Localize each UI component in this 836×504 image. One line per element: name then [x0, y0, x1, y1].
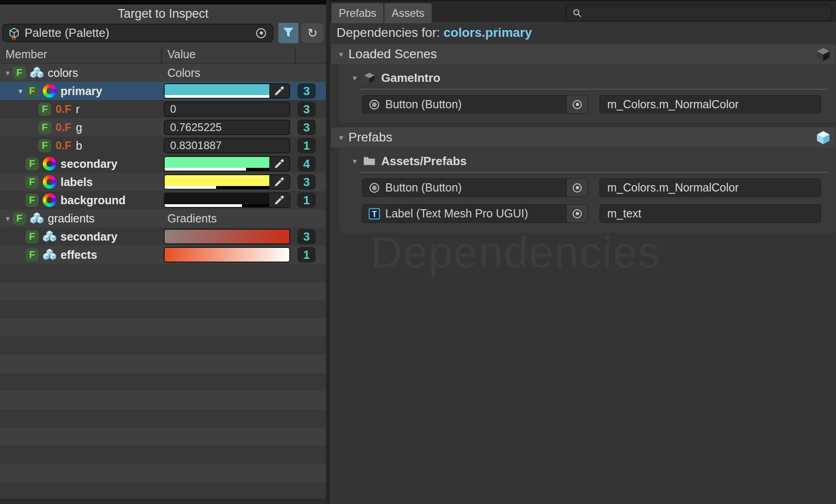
search-input[interactable]: [566, 5, 832, 21]
panel-title: Target to Inspect: [0, 5, 326, 23]
tree-row-secondary[interactable]: Fsecondary 4: [0, 155, 326, 173]
dependency-count-badge: 3: [297, 174, 316, 190]
dependency-count-badge: 3: [297, 83, 316, 99]
colorwheel-icon: [43, 157, 56, 171]
column-divider[interactable]: [161, 46, 162, 63]
member-column-header: Member: [5, 45, 47, 64]
foldout-arrow-icon[interactable]: ▼: [350, 74, 359, 82]
foldout-arrow-icon[interactable]: ▼: [337, 50, 346, 58]
color-swatch[interactable]: [165, 175, 269, 189]
member-type-icon: [43, 84, 56, 98]
color-swatch[interactable]: [165, 157, 269, 171]
object-field-button-button-[interactable]: Button (Button): [362, 95, 588, 114]
column-divider[interactable]: [295, 46, 296, 63]
dependencies-target[interactable]: colors.primary: [443, 25, 532, 40]
tree-row-grad-secondary[interactable]: F secondary3: [0, 227, 326, 246]
button-icon: [368, 181, 381, 194]
tree-row-background[interactable]: Fbackground 1: [0, 191, 326, 209]
dependency-count-badge: 3: [297, 229, 316, 244]
field-badge-icon: F: [25, 176, 39, 189]
property-path-field[interactable]: m_text: [599, 204, 821, 223]
color-swatch[interactable]: [165, 84, 269, 98]
property-path-field[interactable]: m_Colors.m_NormalColor: [599, 178, 821, 197]
field-badge-icon: F: [38, 121, 51, 134]
empty-row: [0, 446, 326, 464]
object-field-button-button-[interactable]: Button (Button): [362, 178, 588, 197]
colorwheel-icon: [43, 84, 56, 98]
section-body: ▼ Assets/Prefabs Button (Button)m_Colors…: [339, 147, 836, 233]
member-cell: F0.Fg: [0, 118, 82, 136]
field-badge-icon: F: [38, 103, 51, 116]
color-swatch-field[interactable]: [164, 174, 290, 190]
panel-splitter[interactable]: [326, 0, 330, 504]
section-body: ▼ GameIntro Button (Button)m_Colors.m_No…: [339, 64, 836, 122]
refresh-button[interactable]: ↻: [302, 23, 323, 43]
member-cell: ▼Fprimary: [0, 82, 102, 100]
filter-button[interactable]: [278, 23, 298, 43]
member-type-icon: [30, 212, 44, 225]
empty-row: [0, 428, 326, 446]
tree-row-r[interactable]: F0.Fr03: [0, 100, 326, 118]
gradient-preview: [165, 248, 289, 262]
value-type-label: Gradients: [167, 209, 217, 227]
object-field-label-text-mesh-pro-ugui-[interactable]: TLabel (Text Mesh Pro UGUI): [362, 204, 588, 223]
tree-row-b[interactable]: F0.Fb0.83018871: [0, 136, 326, 155]
foldout-arrow-icon[interactable]: ▼: [3, 69, 13, 77]
color-swatch[interactable]: [165, 193, 269, 207]
tab-prefabs[interactable]: Prefabs: [332, 3, 383, 23]
object-picker-icon[interactable]: [256, 28, 266, 38]
tree-row-gradients[interactable]: ▼F gradientsGradients: [0, 209, 326, 227]
color-swatch-field[interactable]: [164, 192, 290, 208]
tab-assets[interactable]: Assets: [384, 3, 432, 23]
foldout-arrow-icon[interactable]: ▼: [3, 215, 13, 222]
object-picker-button[interactable]: [566, 179, 588, 197]
eyedropper-button[interactable]: [269, 84, 289, 98]
group-divider: [359, 89, 828, 90]
object-picker-button[interactable]: [566, 96, 588, 113]
foldout-arrow-icon[interactable]: ▼: [337, 134, 346, 141]
target-object-field[interactable]: {} Palette (Palette): [2, 24, 273, 42]
foldout-arrow-icon[interactable]: ▼: [15, 87, 25, 95]
section-header-loaded-scenes[interactable]: ▼Loaded Scenes: [331, 44, 836, 64]
dependencies-window: Target to Inspect {} Palette (Palette): [0, 0, 836, 504]
scene-cube-icon: [816, 46, 831, 62]
empty-row: [0, 409, 326, 428]
gradient-field[interactable]: [164, 247, 290, 262]
color-swatch-field[interactable]: [164, 83, 290, 99]
property-path-field[interactable]: m_Colors.m_NormalColor: [599, 95, 821, 114]
eyedropper-button[interactable]: [269, 193, 289, 207]
member-type-icon: [43, 175, 56, 189]
background-watermark: Dependencies: [371, 227, 661, 277]
gradient-field[interactable]: [164, 229, 290, 244]
tree-row-labels[interactable]: Flabels 3: [0, 173, 326, 191]
tree-row-effects[interactable]: F effects1: [0, 246, 326, 264]
foldout-arrow-icon[interactable]: ▼: [350, 157, 359, 165]
member-label: background: [60, 194, 126, 207]
value-input[interactable]: 0.8301887: [164, 138, 290, 153]
tree-row-primary[interactable]: ▼Fprimary 3: [0, 82, 326, 100]
folder-icon: [363, 155, 376, 167]
eyedropper-button[interactable]: [269, 175, 289, 189]
member-label: labels: [60, 176, 93, 189]
tree-row-g[interactable]: F0.Fg0.76252253: [0, 118, 326, 136]
alpha-bar: [165, 95, 269, 98]
section-header-prefabs[interactable]: ▼Prefabs: [331, 127, 836, 147]
tree-row-colors[interactable]: ▼F colorsColors: [0, 64, 326, 82]
dependency-count-badge: 4: [297, 156, 316, 171]
colorwheel-icon: [43, 175, 56, 189]
value-type-label: Colors: [167, 64, 200, 82]
eyedropper-button[interactable]: [269, 157, 289, 171]
object-picker-button[interactable]: [566, 205, 588, 222]
value-input[interactable]: 0.7625225: [164, 120, 290, 135]
color-swatch-field[interactable]: [164, 156, 290, 171]
group-row-gameintro[interactable]: ▼ GameIntro: [339, 69, 440, 87]
target-object-label: Palette (Palette): [25, 26, 109, 40]
cubes-icon: [30, 66, 44, 80]
cubes-icon: [30, 212, 44, 225]
eyedropper-icon: [273, 85, 285, 97]
member-label: primary: [60, 85, 102, 98]
panel-top-strip: [0, 0, 326, 5]
group-row-assets-prefabs[interactable]: ▼ Assets/Prefabs: [339, 152, 467, 170]
empty-row: [0, 482, 326, 500]
value-input[interactable]: 0: [164, 101, 290, 117]
